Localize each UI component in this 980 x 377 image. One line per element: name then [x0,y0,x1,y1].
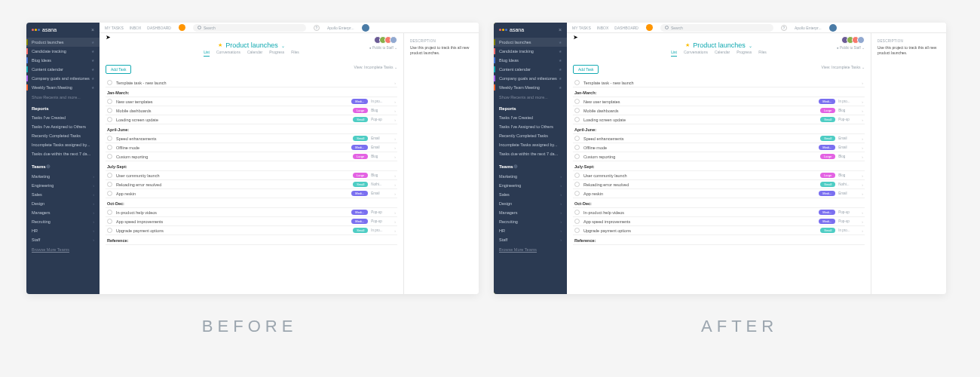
tab-list[interactable]: List [204,50,210,57]
chevron-right-icon[interactable]: › [394,155,396,159]
task-row[interactable]: App speed improvementsMedi...Pop-up› [106,217,397,226]
check-circle-icon[interactable] [574,191,580,196]
chevron-right-icon[interactable]: › [394,228,396,233]
section-header[interactable]: Oct-Dec: [573,198,865,208]
notification-icon[interactable] [646,24,653,31]
section-header[interactable]: July-Sept: [573,161,865,171]
topnav-item[interactable]: DASHBOARD [614,26,639,30]
chevron-right-icon[interactable]: › [394,146,396,150]
task-row[interactable]: Custom reportingLargeBlog› [573,152,865,161]
chevron-right-icon[interactable]: › [862,228,863,233]
assignee-field[interactable]: Pop-up [838,219,859,223]
search-input[interactable]: Search [660,24,773,32]
sidebar-item-company-goals-and-milestones[interactable]: Company goals and milestones★ [494,74,567,83]
assignee-field[interactable]: In pro... [838,100,859,103]
team-item-hr[interactable]: HR› [494,226,567,235]
sidebar-item-product-launches[interactable]: Product launches★ [26,38,100,47]
check-circle-icon[interactable] [574,136,580,141]
chevron-right-icon[interactable]: › [862,210,863,215]
search-input[interactable]: Search [193,24,306,32]
chevron-right-icon[interactable]: › [394,109,396,113]
report-item[interactable]: Tasks I've Assigned to Others [26,122,100,131]
topnav-item[interactable]: INBOX [130,26,142,30]
task-row[interactable]: New user templatesMedi...In pro...› [573,97,865,106]
report-item[interactable]: Tasks due within the next 7 da... [494,149,567,158]
section-header[interactable]: Reference: [573,235,865,245]
assignee-field[interactable]: Blog [371,155,392,158]
team-item-engineering[interactable]: Engineering› [26,181,100,190]
check-circle-icon[interactable] [574,173,580,178]
assignee-field[interactable]: Nothi... [838,182,859,186]
assignee-field[interactable]: In pro... [371,100,392,103]
chevron-right-icon[interactable]: › [862,118,863,122]
task-row[interactable]: Reloading error resolvedSmallNothi...› [573,180,865,189]
user-avatar[interactable] [362,24,369,32]
add-task-button[interactable]: Add Task [106,65,131,74]
task-row[interactable]: User community launchLargeBlog› [106,171,397,180]
check-circle-icon[interactable] [574,80,580,85]
team-item-sales[interactable]: Sales› [494,190,567,199]
project-members[interactable] [376,36,397,44]
task-row[interactable]: New user templatesMedi...In pro...› [106,97,397,106]
task-row[interactable]: Custom reportingLargeBlog› [106,152,397,161]
topnav-item[interactable]: INBOX [597,26,609,30]
task-row[interactable]: In-product help videosMedi...Pop-up› [573,208,865,217]
chevron-right-icon[interactable]: › [394,182,396,187]
check-circle-icon[interactable] [107,136,112,141]
star-icon[interactable]: ★ [218,42,222,48]
tab-files[interactable]: Files [758,50,767,57]
check-circle-icon[interactable] [574,108,580,113]
team-item-sales[interactable]: Sales› [26,190,100,199]
check-circle-icon[interactable] [574,219,580,224]
check-circle-icon[interactable] [107,210,112,215]
sidebar-item-candidate-tracking[interactable]: Candidate tracking★ [494,47,567,56]
report-item[interactable]: Tasks I've Created [494,113,567,122]
team-item-design[interactable]: Design› [26,199,100,208]
chevron-right-icon[interactable]: › [862,81,863,85]
check-circle-icon[interactable] [107,154,112,159]
section-header[interactable]: Reference: [106,235,397,245]
task-row[interactable]: App reskinMedi...Email› [573,189,865,198]
check-circle-icon[interactable] [107,117,112,122]
chevron-right-icon[interactable]: › [394,173,396,178]
chevron-right-icon[interactable]: › [394,192,396,196]
chevron-right-icon[interactable]: › [862,109,863,113]
report-item[interactable]: Incomplete Tasks assigned by... [494,140,567,149]
task-row[interactable]: Speed enhancementsSmallEmail› [573,134,865,143]
project-title[interactable]: ★ Product launches ⌄ [685,41,752,49]
tab-calendar[interactable]: Calendar [715,50,730,57]
team-item-marketing[interactable]: Marketing› [494,172,567,181]
section-header[interactable]: July-Sept: [106,161,397,171]
assignee-field[interactable]: Pop-up [838,118,859,121]
assignee-field[interactable]: Blog [838,173,859,177]
show-recents-link[interactable]: Show Recents and more... [494,93,567,102]
check-circle-icon[interactable] [574,145,580,150]
check-circle-icon[interactable] [574,117,580,122]
section-header[interactable]: April-June: [573,124,865,134]
chevron-right-icon[interactable]: › [394,136,396,141]
chevron-right-icon[interactable]: › [862,173,863,178]
check-circle-icon[interactable] [574,99,580,104]
task-row[interactable]: Template task - new launch› [573,78,865,87]
team-item-recruiting[interactable]: Recruiting› [494,217,567,226]
team-item-marketing[interactable]: Marketing› [26,172,100,181]
chevron-right-icon[interactable]: › [862,219,863,224]
check-circle-icon[interactable] [574,210,580,215]
workspace-name[interactable]: Apollo Enterpr... [327,26,354,30]
tab-conversations[interactable]: Conversations [684,50,708,57]
task-row[interactable]: User community launchLargeBlog› [573,171,865,180]
notification-icon[interactable] [179,24,185,31]
team-item-managers[interactable]: Managers› [26,208,100,217]
task-row[interactable]: Upgrade payment optionsSmallIn pro...› [106,226,397,235]
topnav-item[interactable]: MY TASKS [572,26,591,30]
task-row[interactable]: Upgrade payment optionsSmallIn pro...› [573,226,865,235]
chevron-right-icon[interactable]: › [394,100,396,104]
check-circle-icon[interactable] [107,182,112,187]
check-circle-icon[interactable] [107,228,112,233]
assignee-field[interactable]: Email [371,146,392,149]
sidebar-item-weekly-team-meeting[interactable]: Weekly Team Meeting★ [26,83,100,92]
sidebar-item-blog-ideas[interactable]: Blog Ideas★ [494,56,567,65]
sidebar-item-company-goals-and-milestones[interactable]: Company goals and milestones★ [26,74,100,83]
task-row[interactable]: App reskinMedi...Email› [106,189,397,198]
task-row[interactable]: Mobile dashboardsLargeBlog› [106,106,397,115]
